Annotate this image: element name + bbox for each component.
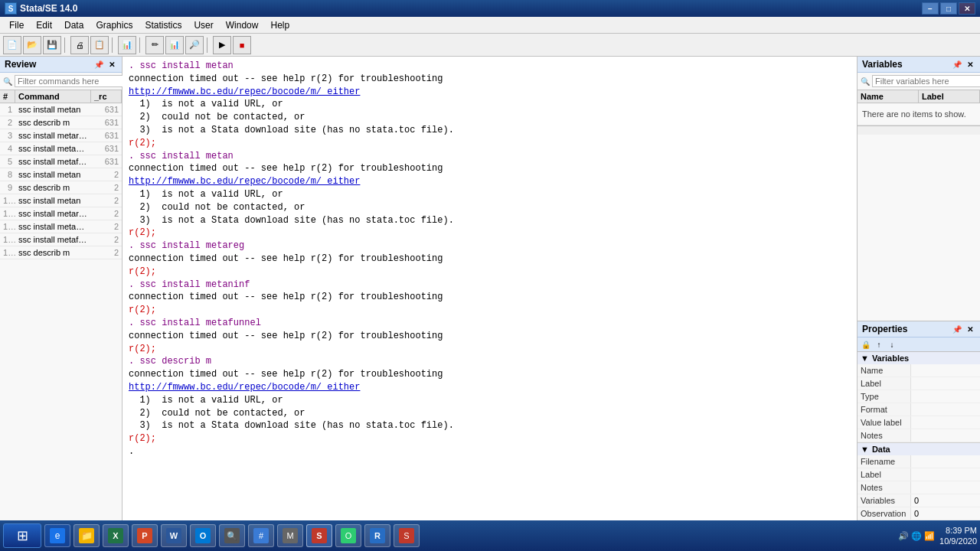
review-table-row[interactable]: 3 ssc install metareg 631 — [0, 129, 122, 142]
review-col-command: Command — [15, 90, 91, 103]
row-num: 3 — [0, 129, 15, 142]
maximize-button[interactable]: □ — [940, 2, 957, 15]
menu-file[interactable]: File — [3, 17, 30, 33]
prop-label-val — [911, 377, 980, 390]
prop-up-icon[interactable]: ↑ — [874, 339, 884, 350]
prop-data-header[interactable]: ▼ Data — [858, 443, 980, 455]
taskbar-word[interactable]: W — [161, 524, 187, 547]
variables-header-icons: 📌 ✕ — [952, 59, 975, 70]
result-line: 3) is not a Stata download site (has no … — [129, 419, 851, 432]
taskbar-app2[interactable]: M — [277, 524, 303, 547]
tb-open[interactable]: 📂 — [23, 36, 41, 54]
title-bar: S Stata/SE 14.0 − □ ✕ — [0, 0, 980, 17]
prop-down-icon[interactable]: ↓ — [887, 339, 897, 350]
result-line: r(2); — [129, 137, 851, 150]
prop-valuelabel-row: Value label — [858, 416, 980, 429]
result-line: r(2); — [129, 432, 851, 445]
review-pin-icon[interactable]: 📌 — [93, 59, 104, 70]
review-panel: Review 📌 ✕ 🔍 ℹ # Command _rc 1 ssc insta… — [0, 57, 122, 534]
minimize-button[interactable]: − — [922, 2, 939, 15]
tb-stop[interactable]: ■ — [233, 36, 251, 54]
close-button[interactable]: ✕ — [959, 2, 975, 15]
prop-filename-key: Filename — [858, 455, 911, 468]
review-title: Review — [5, 59, 36, 70]
tb-graph[interactable]: 📊 — [118, 36, 136, 54]
review-table-row[interactable]: 11 ssc install metareg 2 — [0, 207, 122, 220]
review-table-row[interactable]: 5 ssc install metafun... 631 — [0, 155, 122, 168]
tb-save[interactable]: 💾 — [43, 36, 61, 54]
taskbar-magnifier[interactable]: 🔍 — [219, 524, 245, 547]
taskbar-excel[interactable]: X — [103, 524, 129, 547]
prop-observations-row: Observation 0 — [858, 507, 980, 520]
result-line: r(2); — [129, 304, 851, 317]
tb-data-browser[interactable]: 🔎 — [185, 36, 204, 54]
taskbar-stata[interactable]: S — [306, 524, 332, 547]
taskbar-powerpoint[interactable]: P — [132, 524, 158, 547]
review-table-row[interactable]: 13 ssc install metafun... 2 — [0, 233, 122, 246]
menu-data[interactable]: Data — [58, 17, 90, 33]
variables-hscroll[interactable] — [858, 125, 980, 321]
row-num: 1 — [0, 103, 15, 116]
menu-edit[interactable]: Edit — [30, 17, 58, 33]
menu-bar: File Edit Data Graphics Statistics User … — [0, 17, 980, 34]
tb-edit[interactable]: ✏ — [145, 36, 164, 54]
row-num: 14 — [0, 246, 15, 259]
result-line: . ssc install metan — [129, 150, 851, 163]
variables-scrollbar[interactable] — [858, 126, 980, 135]
review-table-row[interactable]: 14 ssc describ m 2 — [0, 246, 122, 259]
taskbar-app1[interactable]: # — [248, 524, 274, 547]
tb-dofile[interactable]: ▶ — [213, 36, 231, 54]
variables-pin-icon[interactable]: 📌 — [952, 59, 962, 70]
taskbar-app-red[interactable]: S — [394, 524, 420, 547]
review-table-row[interactable]: 8 ssc install metan 2 — [0, 168, 122, 181]
result-line: . ssc install metaninf — [129, 279, 851, 292]
taskbar-r[interactable]: R — [364, 524, 390, 547]
result-line: 3) is not a Stata download site (has no … — [129, 214, 851, 227]
clock: 8:39 PM 10/9/2020 — [939, 525, 977, 547]
properties-close-icon[interactable]: ✕ — [965, 324, 975, 334]
tb-print[interactable]: 🖨 — [70, 36, 89, 54]
menu-user[interactable]: User — [188, 17, 219, 33]
start-button[interactable]: ⊞ — [3, 523, 41, 548]
variables-search-input[interactable] — [872, 75, 980, 87]
tb-sep2 — [112, 37, 115, 53]
prop-datanotes-key: Notes — [858, 481, 911, 494]
toolbar: 📄 📂 💾 🖨 📋 📊 ✏ 📊 🔎 ▶ ■ — [0, 34, 980, 57]
prop-lock-icon[interactable]: 🔒 — [861, 339, 871, 350]
menu-graphics[interactable]: Graphics — [90, 17, 139, 33]
menu-help[interactable]: Help — [264, 17, 296, 33]
result-line: http://fmwww.bc.edu/repec/bocode/m/ eith… — [129, 175, 851, 188]
review-table-row[interactable]: 1 ssc install metan 631 — [0, 103, 122, 116]
review-table-row[interactable]: 4 ssc install metaninf 631 — [0, 142, 122, 155]
prop-variables-header[interactable]: ▼ Variables — [858, 352, 980, 364]
taskbar-opencode[interactable]: O — [335, 524, 361, 547]
results-output: . ssc install metanconnection timed out … — [122, 57, 857, 523]
row-rc: 2 — [91, 181, 122, 194]
tb-data-editor[interactable]: 📊 — [165, 36, 184, 54]
review-col-rc: _rc — [91, 90, 122, 103]
menu-window[interactable]: Window — [220, 17, 265, 33]
menu-statistics[interactable]: Statistics — [139, 17, 188, 33]
review-table-row[interactable]: 12 ssc install metaninf 2 — [0, 220, 122, 233]
tb-new[interactable]: 📄 — [3, 36, 21, 54]
window-title: Stata/SE 14.0 — [20, 3, 77, 14]
variables-close-icon[interactable]: ✕ — [965, 59, 975, 70]
prop-variables-count-val: 0 — [911, 494, 980, 507]
taskbar-ie[interactable]: e — [44, 524, 70, 547]
review-close-icon[interactable]: ✕ — [106, 59, 117, 70]
explorer-icon: 📁 — [79, 528, 94, 543]
taskbar-outlook[interactable]: O — [190, 524, 216, 547]
app-red-icon: S — [399, 528, 414, 543]
review-table-row[interactable]: 9 ssc describ m 2 — [0, 181, 122, 194]
review-table-row[interactable]: 10 ssc install metan 2 — [0, 194, 122, 207]
review-table: 1 ssc install metan 631 2 ssc describ m … — [0, 103, 122, 534]
tb-log[interactable]: 📋 — [90, 36, 109, 54]
prop-type-val — [911, 390, 980, 403]
prop-datalabel-val — [911, 468, 980, 481]
properties-pin-icon[interactable]: 📌 — [952, 324, 962, 334]
review-search-input[interactable] — [15, 75, 126, 87]
result-line: r(2); — [129, 227, 851, 240]
review-table-row[interactable]: 2 ssc describ m 631 — [0, 116, 122, 129]
taskbar-explorer[interactable]: 📁 — [74, 524, 100, 547]
prop-datalabel-key: Label — [858, 468, 911, 481]
